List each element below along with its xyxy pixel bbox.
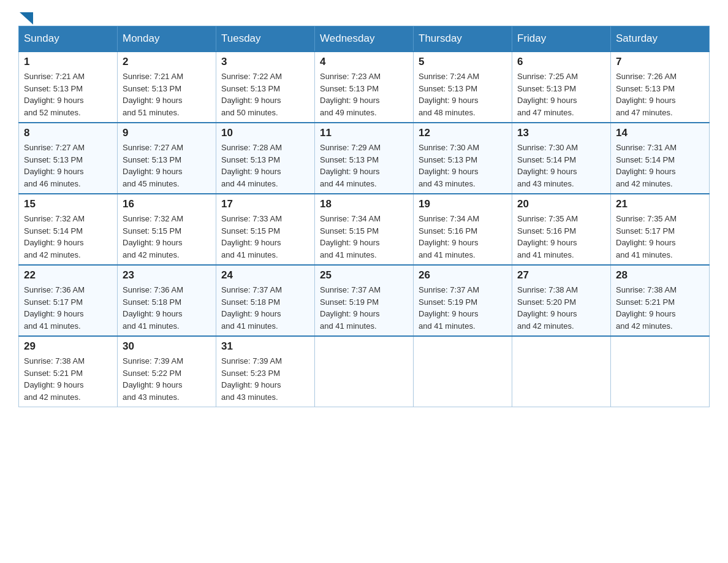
calendar-cell: 13Sunrise: 7:30 AMSunset: 5:14 PMDayligh… <box>512 123 611 194</box>
day-number: 23 <box>123 269 211 282</box>
day-number: 7 <box>616 56 704 68</box>
day-number: 30 <box>123 340 211 353</box>
calendar-week-row: 29Sunrise: 7:38 AMSunset: 5:21 PMDayligh… <box>19 336 710 407</box>
calendar-cell: 18Sunrise: 7:34 AMSunset: 5:15 PMDayligh… <box>315 194 414 265</box>
calendar-cell: 10Sunrise: 7:28 AMSunset: 5:13 PMDayligh… <box>216 123 315 194</box>
day-info: Sunrise: 7:23 AMSunset: 5:13 PMDaylight:… <box>320 71 408 118</box>
day-info: Sunrise: 7:27 AMSunset: 5:13 PMDaylight:… <box>123 142 211 190</box>
calendar-cell: 25Sunrise: 7:37 AMSunset: 5:19 PMDayligh… <box>315 265 414 336</box>
day-info: Sunrise: 7:27 AMSunset: 5:13 PMDaylight:… <box>24 142 112 190</box>
calendar-cell <box>611 336 710 407</box>
day-info: Sunrise: 7:39 AMSunset: 5:23 PMDaylight:… <box>221 355 309 403</box>
day-info: Sunrise: 7:36 AMSunset: 5:17 PMDaylight:… <box>24 284 112 332</box>
calendar-cell: 9Sunrise: 7:27 AMSunset: 5:13 PMDaylight… <box>118 123 216 194</box>
weekday-header-monday: Monday <box>118 26 216 52</box>
day-info: Sunrise: 7:25 AMSunset: 5:13 PMDaylight:… <box>517 71 605 118</box>
day-info: Sunrise: 7:29 AMSunset: 5:13 PMDaylight:… <box>320 142 408 190</box>
day-number: 31 <box>221 340 309 353</box>
day-info: Sunrise: 7:36 AMSunset: 5:18 PMDaylight:… <box>123 284 211 332</box>
calendar-cell: 3Sunrise: 7:22 AMSunset: 5:13 PMDaylight… <box>216 52 315 123</box>
calendar-cell: 23Sunrise: 7:36 AMSunset: 5:18 PMDayligh… <box>118 265 216 336</box>
calendar-cell: 1Sunrise: 7:21 AMSunset: 5:13 PMDaylight… <box>19 52 118 123</box>
calendar-cell: 31Sunrise: 7:39 AMSunset: 5:23 PMDayligh… <box>216 336 315 407</box>
day-number: 24 <box>221 269 309 282</box>
day-info: Sunrise: 7:31 AMSunset: 5:14 PMDaylight:… <box>616 142 704 190</box>
calendar-week-row: 15Sunrise: 7:32 AMSunset: 5:14 PMDayligh… <box>19 194 710 265</box>
day-number: 3 <box>221 56 309 68</box>
calendar-cell: 12Sunrise: 7:30 AMSunset: 5:13 PMDayligh… <box>414 123 512 194</box>
calendar-cell <box>414 336 512 407</box>
day-info: Sunrise: 7:32 AMSunset: 5:14 PMDaylight:… <box>24 213 112 261</box>
calendar-table: SundayMondayTuesdayWednesdayThursdayFrid… <box>18 26 710 407</box>
calendar-cell: 17Sunrise: 7:33 AMSunset: 5:15 PMDayligh… <box>216 194 315 265</box>
calendar-week-row: 22Sunrise: 7:36 AMSunset: 5:17 PMDayligh… <box>19 265 710 336</box>
calendar-cell: 27Sunrise: 7:38 AMSunset: 5:20 PMDayligh… <box>512 265 611 336</box>
day-info: Sunrise: 7:32 AMSunset: 5:15 PMDaylight:… <box>123 213 211 261</box>
weekday-header-thursday: Thursday <box>414 26 512 52</box>
day-info: Sunrise: 7:26 AMSunset: 5:13 PMDaylight:… <box>616 71 704 118</box>
calendar-cell: 22Sunrise: 7:36 AMSunset: 5:17 PMDayligh… <box>19 265 118 336</box>
calendar-cell: 6Sunrise: 7:25 AMSunset: 5:13 PMDaylight… <box>512 52 611 123</box>
logo <box>18 12 33 20</box>
day-number: 13 <box>517 127 605 139</box>
day-number: 12 <box>419 127 507 139</box>
page-header <box>18 12 710 20</box>
day-number: 25 <box>320 269 408 282</box>
svg-marker-0 <box>20 12 33 25</box>
day-info: Sunrise: 7:37 AMSunset: 5:19 PMDaylight:… <box>320 284 408 332</box>
day-info: Sunrise: 7:30 AMSunset: 5:14 PMDaylight:… <box>517 142 605 190</box>
calendar-cell: 20Sunrise: 7:35 AMSunset: 5:16 PMDayligh… <box>512 194 611 265</box>
day-info: Sunrise: 7:35 AMSunset: 5:16 PMDaylight:… <box>517 213 605 261</box>
calendar-cell: 29Sunrise: 7:38 AMSunset: 5:21 PMDayligh… <box>19 336 118 407</box>
day-info: Sunrise: 7:22 AMSunset: 5:13 PMDaylight:… <box>221 71 309 118</box>
day-info: Sunrise: 7:21 AMSunset: 5:13 PMDaylight:… <box>123 71 211 118</box>
day-info: Sunrise: 7:28 AMSunset: 5:13 PMDaylight:… <box>221 142 309 190</box>
day-number: 18 <box>320 198 408 210</box>
calendar-cell: 30Sunrise: 7:39 AMSunset: 5:22 PMDayligh… <box>118 336 216 407</box>
weekday-header-wednesday: Wednesday <box>315 26 414 52</box>
day-info: Sunrise: 7:37 AMSunset: 5:18 PMDaylight:… <box>221 284 309 332</box>
day-number: 19 <box>419 198 507 210</box>
day-number: 15 <box>24 198 112 210</box>
calendar-cell: 21Sunrise: 7:35 AMSunset: 5:17 PMDayligh… <box>611 194 710 265</box>
day-number: 28 <box>616 269 704 282</box>
day-number: 20 <box>517 198 605 210</box>
day-info: Sunrise: 7:33 AMSunset: 5:15 PMDaylight:… <box>221 213 309 261</box>
weekday-header-tuesday: Tuesday <box>216 26 315 52</box>
day-number: 6 <box>517 56 605 68</box>
day-number: 1 <box>24 56 112 68</box>
day-info: Sunrise: 7:30 AMSunset: 5:13 PMDaylight:… <box>419 142 507 190</box>
day-number: 26 <box>419 269 507 282</box>
calendar-cell: 14Sunrise: 7:31 AMSunset: 5:14 PMDayligh… <box>611 123 710 194</box>
day-number: 4 <box>320 56 408 68</box>
logo-arrow-icon <box>20 12 33 25</box>
calendar-cell: 28Sunrise: 7:38 AMSunset: 5:21 PMDayligh… <box>611 265 710 336</box>
day-number: 14 <box>616 127 704 139</box>
day-number: 10 <box>221 127 309 139</box>
day-number: 21 <box>616 198 704 210</box>
day-number: 17 <box>221 198 309 210</box>
day-number: 29 <box>24 340 112 353</box>
day-number: 5 <box>419 56 507 68</box>
day-number: 9 <box>123 127 211 139</box>
weekday-header-sunday: Sunday <box>19 26 118 52</box>
day-info: Sunrise: 7:34 AMSunset: 5:16 PMDaylight:… <box>419 213 507 261</box>
calendar-cell: 26Sunrise: 7:37 AMSunset: 5:19 PMDayligh… <box>414 265 512 336</box>
calendar-cell: 19Sunrise: 7:34 AMSunset: 5:16 PMDayligh… <box>414 194 512 265</box>
calendar-cell: 15Sunrise: 7:32 AMSunset: 5:14 PMDayligh… <box>19 194 118 265</box>
calendar-cell: 11Sunrise: 7:29 AMSunset: 5:13 PMDayligh… <box>315 123 414 194</box>
calendar-week-row: 8Sunrise: 7:27 AMSunset: 5:13 PMDaylight… <box>19 123 710 194</box>
calendar-cell: 24Sunrise: 7:37 AMSunset: 5:18 PMDayligh… <box>216 265 315 336</box>
calendar-cell: 7Sunrise: 7:26 AMSunset: 5:13 PMDaylight… <box>611 52 710 123</box>
day-info: Sunrise: 7:38 AMSunset: 5:21 PMDaylight:… <box>24 355 112 403</box>
weekday-header-friday: Friday <box>512 26 611 52</box>
day-info: Sunrise: 7:38 AMSunset: 5:20 PMDaylight:… <box>517 284 605 332</box>
day-number: 2 <box>123 56 211 68</box>
day-info: Sunrise: 7:21 AMSunset: 5:13 PMDaylight:… <box>24 71 112 118</box>
day-info: Sunrise: 7:37 AMSunset: 5:19 PMDaylight:… <box>419 284 507 332</box>
day-info: Sunrise: 7:24 AMSunset: 5:13 PMDaylight:… <box>419 71 507 118</box>
calendar-cell: 16Sunrise: 7:32 AMSunset: 5:15 PMDayligh… <box>118 194 216 265</box>
calendar-header-row: SundayMondayTuesdayWednesdayThursdayFrid… <box>19 26 710 52</box>
day-number: 22 <box>24 269 112 282</box>
day-number: 8 <box>24 127 112 139</box>
